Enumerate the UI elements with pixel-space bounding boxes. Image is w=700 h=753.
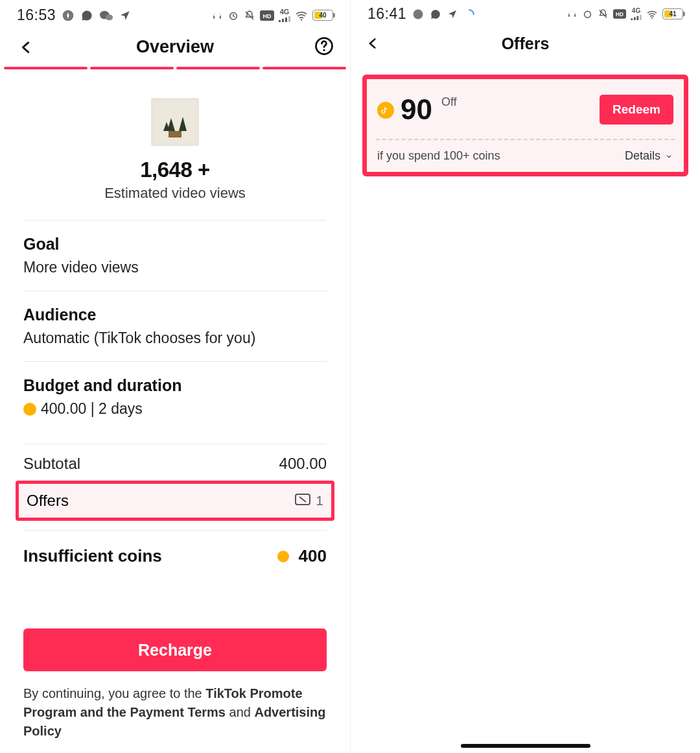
home-indicator[interactable]	[461, 744, 590, 748]
compass-icon	[412, 8, 424, 20]
svg-rect-8	[282, 19, 284, 22]
budget-value: 400.00 | 2 days	[23, 400, 327, 418]
spinner-icon	[463, 8, 475, 20]
svg-rect-7	[279, 20, 281, 22]
offer-details-toggle[interactable]: Details	[625, 149, 673, 163]
coin-icon	[377, 102, 394, 119]
goal-title: Goal	[23, 235, 327, 254]
page-title: Overview	[136, 37, 214, 57]
status-time: 16:41	[368, 5, 406, 23]
svg-point-2	[106, 14, 113, 20]
page-header: Offers	[351, 27, 700, 60]
legal-text: By continuing, you agree to the TikTok P…	[23, 684, 327, 752]
wechat-icon	[99, 9, 113, 22]
signal-icon: 4G	[279, 8, 290, 22]
offer-off-label: Off	[441, 95, 457, 109]
headphones-icon	[211, 10, 223, 21]
insufficient-label: Insufficient coins	[23, 546, 162, 566]
offer-amount: 90	[401, 95, 432, 124]
battery-icon: 40	[312, 10, 333, 21]
status-time: 16:53	[17, 6, 56, 24]
hd-icon: HD	[260, 10, 274, 21]
insufficient-value: 400	[299, 546, 327, 566]
estimated-views: 1,648 +	[23, 158, 327, 182]
wifi-icon	[646, 10, 658, 19]
svg-point-11	[301, 19, 302, 20]
offer-card[interactable]: 90 Off Redeem if you spend 100+ coins De…	[362, 75, 688, 176]
budget-title: Budget and duration	[23, 376, 327, 395]
progress-segments	[0, 66, 350, 69]
send-icon	[119, 10, 131, 21]
page-title: Offers	[502, 34, 550, 53]
svg-point-18	[414, 9, 423, 19]
offers-label: Offers	[27, 492, 69, 510]
offers-count: 1	[316, 493, 323, 508]
page-header: Overview	[0, 28, 350, 66]
svg-rect-26	[640, 15, 642, 20]
divider	[376, 139, 675, 140]
phone-offers: 16:41 HD 4G 41 Offers	[350, 0, 700, 753]
estimated-views-label: Estimated video views	[23, 185, 327, 202]
svg-rect-10	[288, 16, 290, 22]
svg-rect-25	[636, 16, 638, 20]
svg-text:HD: HD	[616, 12, 624, 18]
audience-value: Automatic (TikTok chooses for you)	[23, 329, 327, 347]
send-icon	[447, 9, 458, 19]
ticket-icon	[295, 493, 310, 508]
subtotal-label: Subtotal	[23, 455, 80, 473]
subtotal-value: 400.00	[279, 455, 327, 473]
chevron-down-icon	[664, 149, 673, 163]
redeem-button[interactable]: Redeem	[600, 95, 673, 125]
back-button[interactable]	[13, 34, 39, 60]
svg-point-13	[323, 49, 325, 51]
audience-title: Audience	[23, 305, 327, 324]
svg-point-19	[585, 11, 591, 18]
offers-row[interactable]: Offers 1	[16, 481, 334, 521]
svg-text:HD: HD	[263, 13, 272, 19]
section-goal: Goal More video views	[23, 220, 327, 291]
signal-icon: 4G	[631, 8, 642, 20]
headphones-icon	[566, 8, 578, 19]
alarm-icon	[228, 10, 239, 21]
coin-icon	[277, 551, 289, 562]
section-audience: Audience Automatic (TikTok chooses for y…	[23, 291, 327, 361]
recharge-button[interactable]: Recharge	[23, 628, 327, 671]
video-thumbnail[interactable]	[151, 98, 199, 146]
subtotal-row: Subtotal 400.00	[23, 444, 327, 483]
compass-icon	[62, 9, 75, 22]
hd-icon: HD	[613, 9, 626, 19]
help-button[interactable]	[311, 33, 337, 59]
offer-condition: if you spend 100+ coins	[377, 149, 500, 163]
chat-icon	[80, 9, 93, 22]
goal-value: More video views	[23, 259, 327, 276]
svg-rect-24	[634, 18, 636, 21]
mute-icon	[598, 8, 609, 19]
back-button[interactable]	[360, 30, 386, 56]
svg-rect-15	[169, 131, 181, 137]
svg-rect-9	[285, 18, 287, 22]
status-bar: 16:53 HD 4G 40	[0, 0, 350, 28]
chat-icon	[430, 8, 441, 20]
svg-point-27	[651, 17, 653, 18]
coin-icon	[23, 403, 36, 416]
section-budget: Budget and duration 400.00 | 2 days	[23, 361, 327, 432]
mute-icon	[244, 10, 255, 21]
wifi-icon	[295, 10, 308, 21]
status-bar: 16:41 HD 4G 41	[351, 0, 700, 27]
phone-overview: 16:53 HD 4G 40 Overview	[0, 0, 350, 753]
svg-rect-23	[631, 18, 633, 20]
battery-icon: 41	[662, 8, 683, 19]
insufficient-row: Insufficient coins 400	[23, 531, 327, 566]
svg-line-17	[299, 497, 306, 502]
alarm-icon	[582, 8, 593, 19]
